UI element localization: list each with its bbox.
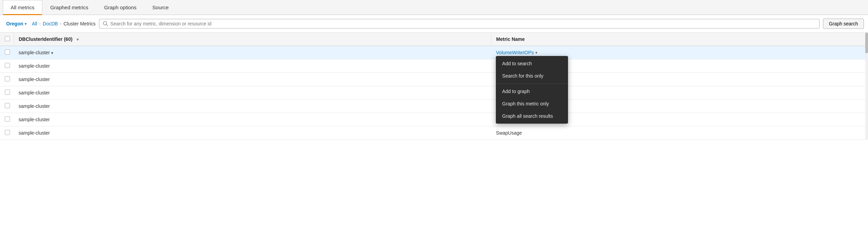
search-wrapper [99, 19, 820, 29]
th-cluster: DBClusterIdentifier (60) ▼ [14, 33, 491, 46]
cluster-name: sample-cluster [19, 63, 50, 69]
table-row: sample-cluster [0, 100, 868, 113]
th-select-all [0, 33, 14, 46]
breadcrumb-docdb[interactable]: DocDB [43, 21, 58, 26]
row-checkbox[interactable] [5, 63, 10, 68]
dropdown-item-graph-all-search-results[interactable]: Graph all search results [496, 110, 568, 122]
table-header: DBClusterIdentifier (60) ▼ Metric Name [0, 33, 868, 46]
select-all-checkbox[interactable] [5, 36, 10, 41]
search-icon [103, 21, 108, 26]
row-checkbox[interactable] [5, 76, 10, 81]
table-row: sample-clusterbrageUsed [0, 73, 868, 86]
graph-search-button[interactable]: Graph search [823, 19, 864, 29]
metric-name: SwapUsage [496, 130, 522, 136]
region-selector[interactable]: Oregon ▾ [4, 20, 29, 28]
breadcrumb-current: Cluster Metrics [64, 21, 96, 26]
scrollbar-track[interactable] [865, 33, 868, 140]
tab-graphed-metrics[interactable]: Graphed metrics [42, 0, 96, 15]
cluster-name: sample-cluster [19, 130, 50, 136]
metric-cell: VolumeWriteIOPs▾Add to searchSearch for … [491, 46, 868, 59]
breadcrumb-sep-1: › [39, 21, 41, 26]
cluster-cell: sample-cluster [14, 59, 491, 73]
table-row: sample-cluster [0, 86, 868, 100]
breadcrumb-sep-2: › [60, 21, 62, 26]
dropdown-item-add-to-search[interactable]: Add to search [496, 57, 568, 70]
metric-dropdown-arrow-icon: ▾ [535, 50, 537, 55]
dropdown-section-0: Add to searchSearch for this only [496, 56, 568, 84]
breadcrumb-all[interactable]: All [32, 21, 37, 26]
breadcrumb: All › DocDB › Cluster Metrics [32, 21, 96, 26]
table-body: sample-cluster▾VolumeWriteIOPs▾Add to se… [0, 46, 868, 140]
tabs-bar: All metrics Graphed metrics Graph option… [0, 0, 868, 15]
filter-bar: Oregon ▾ All › DocDB › Cluster Metrics G… [0, 15, 868, 33]
dropdown-item-add-to-graph[interactable]: Add to graph [496, 85, 568, 98]
cluster-cell: sample-cluster▾ [14, 46, 491, 59]
metrics-table: DBClusterIdentifier (60) ▼ Metric Name s… [0, 33, 868, 140]
dropdown-section-1: Add to graphGraph this metric onlyGraph … [496, 84, 568, 124]
table-row: sample-clusterSwapUsage [0, 126, 868, 140]
region-chevron-icon: ▾ [25, 22, 26, 26]
scrollbar-thumb[interactable] [865, 33, 868, 53]
cluster-name: sample-cluster [19, 117, 50, 122]
cluster-cell: sample-cluster [14, 126, 491, 140]
svg-line-1 [107, 25, 108, 26]
row-checkbox[interactable] [5, 103, 10, 108]
metric-cell: SwapUsage [491, 126, 868, 140]
cluster-name: sample-cluster [19, 90, 50, 95]
metrics-table-container: DBClusterIdentifier (60) ▼ Metric Name s… [0, 33, 868, 140]
table-row: sample-cluster▾VolumeWriteIOPs▾Add to se… [0, 46, 868, 59]
cluster-cell: sample-cluster [14, 73, 491, 86]
dropdown-item-search-for-this-only[interactable]: Search for this only [496, 70, 568, 82]
row-checkbox[interactable] [5, 116, 10, 122]
cluster-dropdown-arrow-icon[interactable]: ▾ [51, 51, 53, 55]
cluster-cell: sample-cluster [14, 86, 491, 100]
cluster-name: sample-cluster [19, 50, 50, 55]
row-checkbox[interactable] [5, 49, 10, 55]
table-row: sample-cluster [0, 59, 868, 73]
row-checkbox[interactable] [5, 90, 10, 95]
cluster-name: sample-cluster [19, 103, 50, 109]
cluster-name: sample-cluster [19, 77, 50, 82]
row-checkbox[interactable] [5, 130, 10, 135]
search-input[interactable] [110, 21, 816, 26]
th-metric: Metric Name [491, 33, 868, 46]
tab-source[interactable]: Source [144, 0, 177, 15]
metric-link[interactable]: VolumeWriteIOPs▾Add to searchSearch for … [496, 50, 863, 55]
sort-icon: ▼ [76, 37, 80, 42]
cluster-cell: sample-cluster [14, 113, 491, 126]
metric-name: VolumeWriteIOPs [496, 50, 534, 55]
tab-all-metrics[interactable]: All metrics [3, 0, 42, 15]
metric-dropdown-menu: Add to searchSearch for this onlyAdd to … [496, 56, 568, 124]
table-row: sample-cluster [0, 113, 868, 126]
tab-graph-options[interactable]: Graph options [96, 0, 144, 15]
dropdown-item-graph-this-metric-only[interactable]: Graph this metric only [496, 98, 568, 110]
cluster-cell: sample-cluster [14, 100, 491, 113]
